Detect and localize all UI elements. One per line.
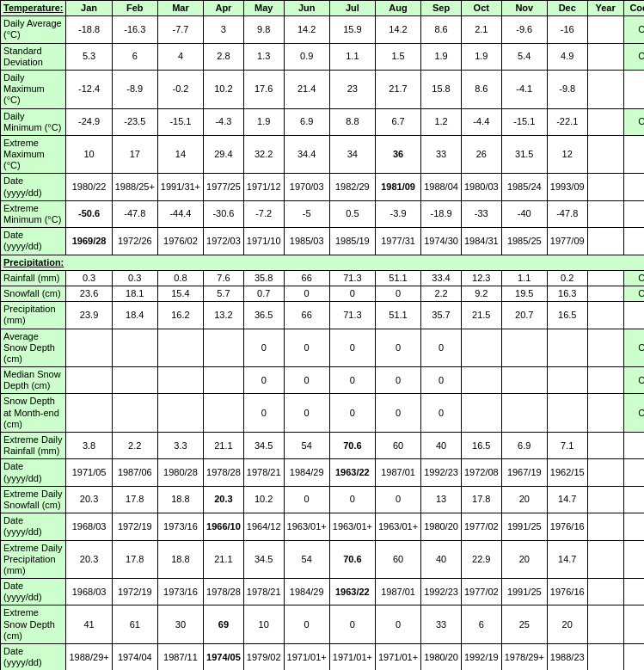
cell-r2-c0: -12.4 bbox=[66, 70, 112, 108]
cell-r5-c2: 1991/31+ bbox=[157, 174, 203, 200]
cell-r6-c2: -44.4 bbox=[157, 200, 203, 227]
cell-r7-c10: 1985/25 bbox=[501, 228, 547, 255]
cell-r2-c11: -9.8 bbox=[547, 70, 587, 108]
cell-r9-c1: 0.3 bbox=[112, 270, 157, 286]
cell-r2-c1: -8.9 bbox=[112, 70, 157, 108]
cell-r11-c10: 20.7 bbox=[501, 302, 547, 329]
cell-r17-c12 bbox=[587, 486, 623, 513]
cell-r22-c3: 1974/05 bbox=[204, 644, 244, 671]
cell-r9-c5: 66 bbox=[284, 270, 329, 286]
cell-r13-c11 bbox=[547, 367, 587, 394]
cell-r20-c9: 1977/02 bbox=[461, 579, 501, 605]
cell-r2-c4: 17.6 bbox=[243, 70, 284, 108]
cell-r19-c12 bbox=[587, 540, 623, 579]
cell-r5-c11: 1993/09 bbox=[547, 174, 587, 200]
cell-r22-c6: 1971/01+ bbox=[329, 644, 375, 671]
cell-r17-c11: 14.7 bbox=[547, 486, 587, 513]
cell-r21-c7: 0 bbox=[375, 605, 420, 644]
cell-r12-c0 bbox=[66, 329, 112, 367]
cell-r3-c13: C bbox=[623, 108, 644, 135]
cell-r9-c2: 0.8 bbox=[157, 270, 203, 286]
cell-r14-c0 bbox=[66, 394, 112, 433]
cell-r4-c8: 33 bbox=[421, 135, 462, 174]
col-header-aug: Aug bbox=[375, 1, 420, 16]
cell-r14-c11 bbox=[547, 394, 587, 433]
row-label-2: Daily Maximum (°C) bbox=[1, 70, 66, 108]
cell-r10-c6: 0 bbox=[329, 286, 375, 301]
cell-r20-c6: 1963/22 bbox=[329, 579, 375, 605]
cell-r13-c8: 0 bbox=[421, 367, 462, 394]
cell-r19-c6: 70.6 bbox=[329, 540, 375, 579]
cell-r22-c2: 1987/11 bbox=[157, 644, 203, 671]
cell-r17-c5: 0 bbox=[284, 486, 329, 513]
cell-r13-c6: 0 bbox=[329, 367, 375, 394]
cell-r16-c3: 1978/28 bbox=[204, 459, 244, 486]
cell-r3-c12 bbox=[587, 108, 623, 135]
cell-r9-c12 bbox=[587, 270, 623, 286]
cell-r17-c9: 17.8 bbox=[461, 486, 501, 513]
cell-r6-c8: -18.9 bbox=[421, 200, 462, 227]
cell-r15-c3: 21.1 bbox=[204, 433, 244, 459]
cell-r16-c5: 1984/29 bbox=[284, 459, 329, 486]
cell-r5-c0: 1980/22 bbox=[66, 174, 112, 200]
cell-r18-c10: 1991/25 bbox=[501, 513, 547, 540]
cell-r7-c0: 1969/28 bbox=[66, 228, 112, 255]
cell-r12-c12 bbox=[587, 329, 623, 367]
cell-r16-c12 bbox=[587, 459, 623, 486]
cell-r18-c13 bbox=[623, 513, 644, 540]
cell-r3-c4: 1.9 bbox=[243, 108, 284, 135]
cell-r3-c8: 1.2 bbox=[421, 108, 462, 135]
col-header-may: May bbox=[243, 1, 284, 16]
cell-r9-c10: 1.1 bbox=[501, 270, 547, 286]
cell-r21-c4: 10 bbox=[243, 605, 284, 644]
cell-r7-c8: 1974/30 bbox=[421, 228, 462, 255]
cell-r19-c0: 20.3 bbox=[66, 540, 112, 579]
cell-r10-c5: 0 bbox=[284, 286, 329, 301]
cell-r20-c4: 1978/21 bbox=[243, 579, 284, 605]
cell-r22-c4: 1979/02 bbox=[243, 644, 284, 671]
cell-r16-c10: 1967/19 bbox=[501, 459, 547, 486]
cell-r15-c10: 6.9 bbox=[501, 433, 547, 459]
cell-r6-c1: -47.8 bbox=[112, 200, 157, 227]
col-header-code: Code bbox=[623, 1, 644, 16]
cell-r5-c3: 1977/25 bbox=[204, 174, 244, 200]
cell-r20-c10: 1991/25 bbox=[501, 579, 547, 605]
row-label-5: Date (yyyy/dd) bbox=[1, 174, 66, 200]
cell-r1-c1: 6 bbox=[112, 43, 157, 70]
cell-r5-c13 bbox=[623, 174, 644, 200]
cell-r6-c0: -50.6 bbox=[66, 200, 112, 227]
cell-r1-c7: 1.5 bbox=[375, 43, 420, 70]
cell-r7-c4: 1971/10 bbox=[243, 228, 284, 255]
cell-r21-c12 bbox=[587, 605, 623, 644]
cell-r19-c10: 20 bbox=[501, 540, 547, 579]
cell-r6-c13 bbox=[623, 200, 644, 227]
cell-r10-c11: 16.3 bbox=[547, 286, 587, 301]
cell-r4-c1: 17 bbox=[112, 135, 157, 174]
cell-r11-c13 bbox=[623, 302, 644, 329]
cell-r11-c6: 71.3 bbox=[329, 302, 375, 329]
cell-r1-c4: 1.3 bbox=[243, 43, 284, 70]
cell-r3-c3: -4.3 bbox=[204, 108, 244, 135]
cell-r7-c1: 1972/26 bbox=[112, 228, 157, 255]
cell-r11-c3: 13.2 bbox=[204, 302, 244, 329]
cell-r1-c10: 5.4 bbox=[501, 43, 547, 70]
cell-r6-c9: -33 bbox=[461, 200, 501, 227]
cell-r19-c9: 22.9 bbox=[461, 540, 501, 579]
cell-r14-c10 bbox=[501, 394, 547, 433]
cell-r12-c5: 0 bbox=[284, 329, 329, 367]
col-header-jan: Jan bbox=[66, 1, 112, 16]
cell-r19-c4: 34.5 bbox=[243, 540, 284, 579]
cell-r18-c0: 1968/03 bbox=[66, 513, 112, 540]
cell-r3-c9: -4.4 bbox=[461, 108, 501, 135]
cell-r14-c6: 0 bbox=[329, 394, 375, 433]
row-label-1: Standard Deviation bbox=[1, 43, 66, 70]
cell-r20-c2: 1973/16 bbox=[157, 579, 203, 605]
cell-r2-c8: 15.8 bbox=[421, 70, 462, 108]
row-label-22: Date (yyyy/dd) bbox=[1, 644, 66, 671]
row-label-6: Extreme Minimum (°C) bbox=[1, 200, 66, 227]
cell-r1-c9: 1.9 bbox=[461, 43, 501, 70]
col-header-jun: Jun bbox=[284, 1, 329, 16]
cell-r15-c4: 34.5 bbox=[243, 433, 284, 459]
cell-r22-c9: 1992/19 bbox=[461, 644, 501, 671]
cell-r4-c2: 14 bbox=[157, 135, 203, 174]
